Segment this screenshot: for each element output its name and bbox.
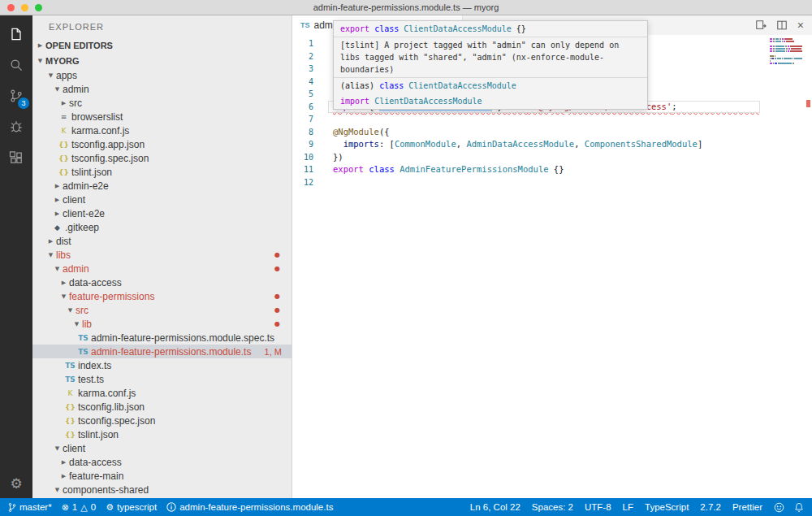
code-line-12[interactable]: 12 [292, 176, 812, 189]
tree-item-tslint.json[interactable]: {}tslint.json [32, 427, 292, 441]
tree-item-admin-feature-permissions.module.spec.ts[interactable]: TSadmin-feature-permissions.module.spec.… [32, 331, 292, 345]
close-window-button[interactable] [7, 4, 15, 11]
debug-icon[interactable] [0, 111, 32, 142]
minimize-window-button[interactable] [21, 4, 28, 11]
tree-item-data-access[interactable]: ▶data-access [32, 275, 292, 289]
minimap[interactable] [770, 38, 802, 67]
code-line-9[interactable]: 9 imports: [CommonModule, AdminDataAcces… [292, 138, 812, 151]
line-number: 11 [292, 163, 325, 176]
tree-item-label: browserslist [71, 111, 123, 123]
tree-item-karma.conf.js[interactable]: Kkarma.conf.js [32, 386, 292, 400]
tree-item-dist[interactable]: ▶dist [32, 234, 292, 248]
source-control-icon[interactable]: 3 [0, 80, 32, 111]
problems-indicator[interactable]: ⊗ 1 △ 0 [62, 502, 97, 513]
tree-item-tslint.json[interactable]: {}tslint.json [32, 165, 292, 179]
close-editor-icon[interactable]: × [797, 20, 804, 31]
status-item-lf[interactable]: LF [623, 502, 633, 512]
section-open-editors[interactable]: ▶ OPEN EDITORS [32, 37, 292, 53]
tree-item-test.ts[interactable]: TStest.ts [32, 372, 292, 386]
tree-item-client[interactable]: ▶client [32, 193, 292, 206]
status-item-ln-6-col-22[interactable]: Ln 6, Col 22 [470, 502, 520, 512]
status-item-utf-8[interactable]: UTF-8 [585, 502, 611, 512]
code-text [325, 63, 333, 76]
modified-dot-badge: ● [274, 251, 280, 258]
ts-file-icon: TS [78, 348, 89, 356]
settings-gear-icon[interactable]: ⚙ [10, 475, 22, 492]
json-file-icon: {} [65, 431, 76, 439]
tree-item-admin-feature-permissions.module.ts[interactable]: TSadmin-feature-permissions.module.ts1, … [32, 345, 292, 358]
code-line-8[interactable]: 8@NgModule({ [292, 126, 812, 139]
status-item-typescript[interactable]: TypeScript [645, 502, 689, 512]
tree-item-src[interactable]: ▶src [32, 496, 292, 498]
tree-item-admin[interactable]: ▼admin [32, 82, 292, 96]
editor-actions: × [755, 15, 804, 35]
explorer-icon[interactable] [0, 19, 32, 50]
tree-item-client-e2e[interactable]: ▶client-e2e [32, 206, 292, 220]
status-item-2-7-2[interactable]: 2.7.2 [700, 502, 721, 512]
open-changes-icon[interactable] [755, 20, 767, 31]
chevron-right-icon: ▶ [52, 210, 63, 217]
hover-code-line: import ClientDataAccessModule [334, 93, 647, 109]
tree-item-tsconfig.lib.json[interactable]: {}tsconfig.lib.json [32, 400, 292, 414]
line-number: 6 [292, 101, 325, 114]
chevron-down-icon: ▼ [45, 252, 56, 258]
tree-item-tsconfig.spec.json[interactable]: {}tsconfig.spec.json [32, 414, 292, 427]
tree-item-admin-e2e[interactable]: ▶admin-e2e [32, 179, 292, 193]
json-file-icon: {} [58, 168, 69, 176]
tree-item-libs[interactable]: ▼libs● [32, 248, 292, 262]
tree-item-src[interactable]: ▼src● [32, 303, 292, 317]
section-workspace-root[interactable]: ▼ MYORG [32, 53, 292, 68]
tree-item-tsconfig.app.json[interactable]: {}tsconfig.app.json [32, 137, 292, 151]
code-line-11[interactable]: 11export class AdminFeaturePermissionsMo… [292, 163, 812, 176]
tree-item-data-access[interactable]: ▶data-access [32, 455, 292, 469]
line-number: 3 [292, 63, 325, 76]
title-bar: admin-feature-permissions.module.ts — my… [0, 0, 812, 15]
split-editor-icon[interactable] [776, 20, 788, 31]
feedback-smiley-icon[interactable] [774, 502, 784, 513]
sidebar-explorer: EXPLORER ▶ OPEN EDITORS ▼ MYORG ▼apps▼ad… [32, 15, 292, 498]
tree-item-label: lib [82, 319, 92, 330]
tree-item-index.ts[interactable]: TSindex.ts [32, 358, 292, 372]
tree-item-tsconfig.spec.json[interactable]: {}tsconfig.spec.json [32, 151, 292, 165]
tree-item-label: apps [56, 70, 77, 81]
code-line-7[interactable]: 7 [292, 113, 812, 126]
tree-item-client[interactable]: ▼client [32, 441, 292, 455]
chevron-right-icon: ▶ [52, 183, 63, 189]
karma-file-icon: K [65, 389, 76, 397]
tree-item-src[interactable]: ▶src [32, 96, 292, 110]
ts-file-icon: TS [65, 375, 76, 384]
tree-item-components-shared[interactable]: ▼components-shared [32, 483, 292, 496]
tree-item-apps[interactable]: ▼apps [32, 68, 292, 82]
git-branch-indicator[interactable]: master* [8, 502, 52, 513]
tree-item-admin[interactable]: ▼admin● [32, 262, 292, 275]
tree-item-label: tsconfig.spec.json [78, 415, 155, 427]
code-line-10[interactable]: 10}) [292, 151, 812, 164]
info-icon [166, 502, 176, 512]
status-right-items: Ln 6, Col 22Spaces: 2UTF-8LFTypeScript2.… [470, 502, 762, 512]
tree-item-feature-permissions[interactable]: ▼feature-permissions● [32, 289, 292, 303]
typescript-file-icon: TS [300, 21, 310, 29]
tree-item-feature-main[interactable]: ▶feature-main [32, 469, 292, 483]
status-item-prettier[interactable]: Prettier [732, 502, 762, 512]
extensions-icon[interactable] [0, 142, 32, 173]
chevron-down-icon: ▼ [52, 445, 63, 452]
tree-item-label: tslint.json [71, 167, 112, 178]
tree-item-label: test.ts [78, 374, 104, 385]
tree-item-label: src [69, 498, 82, 499]
tree-item-label: admin-feature-permissions.module.spec.ts [91, 332, 274, 344]
search-icon[interactable] [0, 50, 32, 80]
file-info-status[interactable]: admin-feature-permissions.module.ts [166, 502, 333, 512]
tree-item-label: src [76, 305, 89, 316]
tree-item-label: admin-e2e [63, 180, 109, 192]
tree-item-label: data-access [69, 457, 122, 468]
typescript-status[interactable]: ⚙ typescript [106, 502, 157, 513]
code-text [325, 37, 333, 50]
status-item-spaces-2[interactable]: Spaces: 2 [532, 502, 573, 512]
tree-item-browserslist[interactable]: ≡browserslist [32, 110, 292, 124]
tree-item-lib[interactable]: ▼lib● [32, 317, 292, 331]
notifications-bell-icon[interactable] [794, 502, 804, 513]
list-file-icon: ≡ [58, 113, 69, 121]
zoom-window-button[interactable] [35, 4, 42, 11]
tree-item-.gitkeep[interactable]: ◆.gitkeep [32, 220, 292, 234]
tree-item-karma.conf.js[interactable]: Kkarma.conf.js [32, 124, 292, 137]
